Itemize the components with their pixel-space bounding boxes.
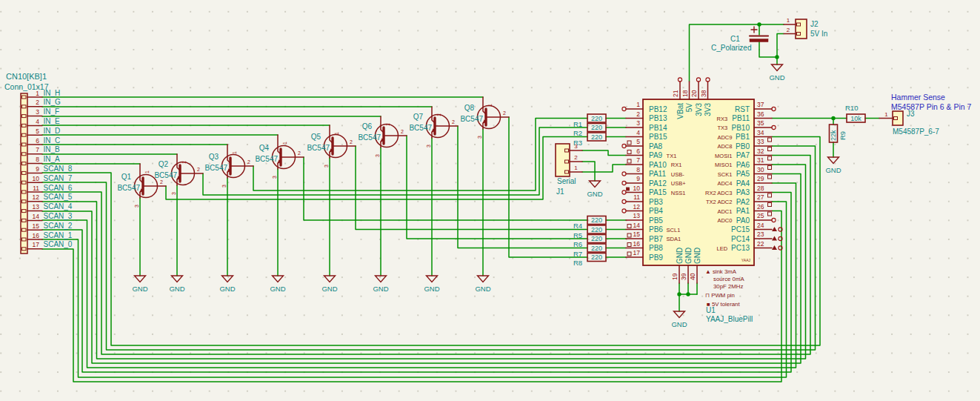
c1-ref[interactable]: C1	[730, 35, 740, 43]
resistor-ref[interactable]: R7	[573, 250, 582, 258]
resistor-r9[interactable]: 22kR9	[830, 125, 847, 142]
gnd-label[interactable]: GND	[587, 190, 602, 198]
gnd-label[interactable]: GND	[321, 285, 337, 293]
gnd-label[interactable]: GND	[825, 166, 841, 174]
gnd-label[interactable]: GND	[475, 285, 490, 293]
j2-value[interactable]: 5V In	[810, 30, 827, 38]
resistor-value[interactable]: 220	[591, 226, 602, 233]
j3-value[interactable]: M54587P_6-7	[893, 127, 939, 136]
resistor-value[interactable]: 220	[591, 235, 602, 242]
resistor-value[interactable]: 220	[591, 216, 602, 224]
gnd-label[interactable]: GND	[270, 285, 285, 293]
transistor-value[interactable]: BC547	[204, 164, 227, 172]
resistor-value[interactable]: 220	[591, 133, 602, 141]
gnd-symbol[interactable]	[222, 276, 233, 282]
transistor-ref[interactable]: Q4	[259, 144, 270, 152]
net-label-scan_6[interactable]: SCAN_6	[44, 184, 73, 192]
gnd-symbol[interactable]	[427, 276, 438, 282]
gnd-symbol[interactable]	[674, 311, 685, 318]
net-label-scan_5[interactable]: SCAN_5	[44, 193, 73, 201]
resistor-value[interactable]: 10k	[850, 115, 861, 122]
resistor-ref[interactable]: R1	[573, 120, 582, 128]
gnd-symbol[interactable]	[324, 276, 336, 282]
transistor-value[interactable]: BC547	[154, 171, 177, 179]
wire[interactable]	[356, 146, 587, 230]
transistor-q3[interactable]: Q3BC547123	[204, 145, 253, 188]
gnd-symbol[interactable]	[772, 64, 783, 71]
net-label-in_d[interactable]: IN_D	[44, 127, 61, 135]
resistor-ref[interactable]: R9	[839, 131, 847, 140]
net-label-in_a[interactable]: IN_A	[44, 155, 61, 163]
net-label-scan_4[interactable]: SCAN_4	[44, 202, 73, 211]
transistor-q1[interactable]: Q1BC547123	[117, 164, 166, 208]
resistor-r10[interactable]: 10kR10	[845, 104, 865, 122]
gnd-symbol[interactable]	[135, 276, 146, 282]
net-label-scan_7[interactable]: SCAN_7	[44, 174, 73, 182]
gnd-symbol[interactable]	[273, 276, 284, 282]
transistor-value[interactable]: BC547	[307, 144, 330, 152]
net-label-scan_2[interactable]: SCAN_2	[44, 222, 73, 230]
resistor-value[interactable]: 22k	[830, 130, 837, 141]
net-label-scan_3[interactable]: SCAN_3	[44, 212, 73, 220]
gnd-label[interactable]: GND	[132, 285, 147, 293]
transistor-q2[interactable]: Q2BC547123	[154, 154, 203, 195]
gnd-symbol[interactable]	[172, 276, 183, 282]
transistor-q8[interactable]: Q8BC547123	[460, 97, 509, 139]
net-label-in_c[interactable]: IN_C	[44, 136, 61, 145]
connector-j2[interactable]: 12J25V In	[784, 17, 827, 39]
wire[interactable]	[582, 150, 626, 156]
transistor-q4[interactable]: Q4BC547123	[255, 135, 304, 179]
wire[interactable]	[777, 34, 784, 65]
gnd-symbol[interactable]	[590, 181, 601, 188]
gnd-symbol[interactable]	[828, 157, 839, 164]
transistor-value[interactable]: BC547	[358, 133, 381, 142]
gnd-label[interactable]: GND	[671, 320, 687, 328]
transistor-value[interactable]: BC547	[409, 124, 432, 132]
transistor-ref[interactable]: Q2	[159, 160, 169, 168]
connector-j3[interactable]: 1J3M54587P_6-7	[879, 110, 939, 136]
gnd-label[interactable]: GND	[424, 285, 439, 293]
connector-ref[interactable]: CN10[KB]1	[6, 72, 47, 81]
mcu-u1[interactable]: 1PB122PB133PB144PB155PA86PA9TX17PA10RX18…	[622, 78, 782, 323]
j2-ref[interactable]: J2	[810, 20, 819, 28]
gnd-label[interactable]: GND	[219, 285, 235, 293]
net-label-scan_0[interactable]: SCAN_0	[44, 240, 73, 248]
annotation-text-0[interactable]: Hammer Sense	[891, 93, 945, 102]
transistor-q5[interactable]: Q5BC547123	[307, 125, 356, 168]
wire[interactable]	[304, 157, 587, 220]
resistor-ref[interactable]: R4	[573, 222, 582, 230]
resistor-ref[interactable]: R8	[573, 259, 582, 267]
annotation-text-1[interactable]: M54587P Pin 6 & Pin 7	[891, 102, 972, 111]
net-label-in_g[interactable]: IN_G	[44, 98, 61, 106]
gnd-label[interactable]: GND	[169, 285, 184, 293]
resistor-ref[interactable]: R10	[845, 104, 858, 112]
j1-value[interactable]: Serial	[557, 177, 576, 185]
resistor-ref[interactable]: R2	[573, 129, 582, 137]
mcu-value[interactable]: YAAJ_BluePill	[706, 315, 753, 323]
wire[interactable]	[759, 42, 777, 58]
transistor-q6[interactable]: Q6BC547123	[358, 116, 407, 157]
connector-value[interactable]: Conn_01x17	[4, 82, 49, 91]
transistor-ref[interactable]: Q6	[362, 122, 373, 130]
gnd-symbol[interactable]	[376, 276, 387, 282]
c1-value[interactable]: C_Polarized	[711, 44, 751, 52]
mcu-ref[interactable]: U1	[706, 306, 716, 314]
net-label-scan_8[interactable]: SCAN_8	[44, 165, 73, 173]
j1-ref[interactable]: J1	[556, 188, 564, 196]
resistor-value[interactable]: 220	[591, 115, 602, 122]
gnd-symbol[interactable]	[478, 276, 489, 282]
transistor-ref[interactable]: Q3	[209, 153, 219, 161]
transistor-ref[interactable]: Q7	[413, 113, 424, 121]
wire[interactable]	[582, 162, 595, 181]
resistor-ref[interactable]: R5	[573, 231, 582, 239]
net-label-in_f[interactable]: IN_F	[44, 107, 60, 116]
gnd-label[interactable]: GND	[769, 73, 784, 82]
transistor-value[interactable]: BC547	[460, 115, 483, 123]
transistor-value[interactable]: BC547	[117, 184, 140, 192]
j3-ref[interactable]: J3	[907, 110, 915, 118]
connector-j1[interactable]: 321SerialJ1	[556, 143, 582, 196]
transistor-q7[interactable]: Q7BC547123	[409, 107, 458, 148]
net-label-scan_1[interactable]: SCAN_1	[44, 231, 73, 239]
net-label-in_b[interactable]: IN_B	[44, 145, 61, 153]
resistor-value[interactable]: 220	[591, 253, 602, 261]
